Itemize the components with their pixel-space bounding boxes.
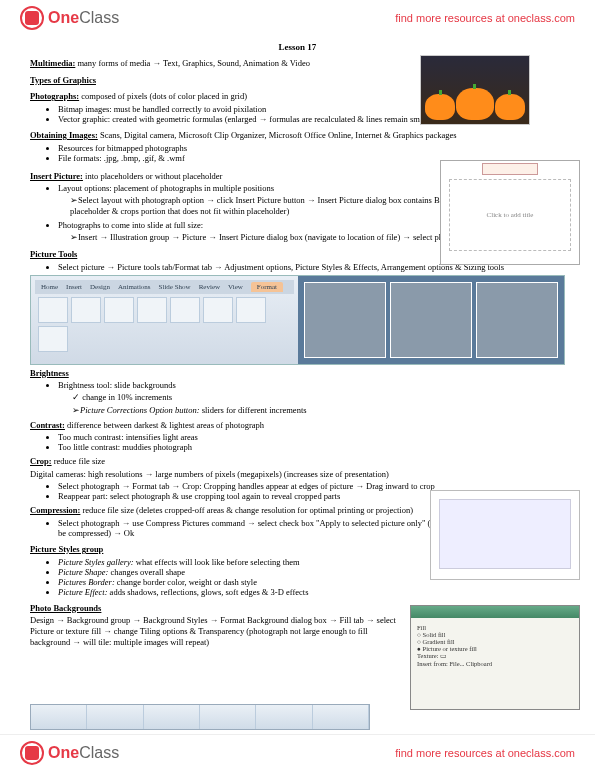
compress-head: Compression: [30,505,80,515]
bright-b1: Brightness tool: slide backgrounds [58,380,565,390]
format-background-dialog: Fill○ Solid fill○ Gradient fill● Picture… [410,605,580,710]
logo-icon [20,741,44,765]
footer-link[interactable]: find more resources at oneclass.com [395,747,575,759]
bright-head: Brightness [30,368,69,378]
photos-head: Photographs: [30,91,79,101]
pumpkin-image [420,55,530,125]
lesson-title: Lesson 17 [30,42,565,52]
slide-placeholder-hint: Click to add title [449,179,571,251]
contrast-head: Contrast: [30,420,65,430]
logo-icon [20,6,44,30]
page-header: OneClass find more resources at oneclass… [0,0,595,36]
logo-text-class: Class [79,9,119,27]
multimedia-head: Multimedia: [30,58,75,68]
bright-b1b: ➢ Picture Corrections Option button: sli… [72,405,565,416]
multimedia-body: many forms of media → Text, Graphics, So… [75,58,310,68]
tools-head: Picture Tools [30,249,77,259]
insert-body: into placeholders or without placeholder [83,171,223,181]
compress-body: reduce file size (deletes cropped-off ar… [80,505,413,515]
bottom-ribbon-screenshot [30,704,370,730]
bg-head: Photo Backgrounds [30,603,101,613]
bright-b1a: ✓ change in 10% increments [72,392,565,403]
header-link[interactable]: find more resources at oneclass.com [395,12,575,24]
contrast-body: difference between darkest & lightest ar… [65,420,264,430]
insert-head: Insert Picture: [30,171,83,181]
contrast-b2: Too little contrast: muddies photograph [58,442,565,452]
photos-body: composed of pixels (dots of color placed… [79,91,247,101]
crop-head: Crop: [30,456,52,466]
crop-l1: Digital cameras: high resolutions → larg… [30,469,565,480]
compress-dialog-screenshot [430,490,580,580]
styles-head: Picture Styles group [30,544,103,554]
document-body: Lesson 17 Multimedia: many forms of medi… [0,36,595,689]
ribbon-screenshot: HomeInsertDesignAnimationsSlide ShowRevi… [30,275,565,365]
contrast-b1: Too much contrast: intensifies light are… [58,432,565,442]
slide-preview: Click to add title [440,160,580,265]
bg-l1: Design → Background group → Background S… [30,615,400,647]
crop-body: reduce file size [52,456,106,466]
obtain-head: Obtaining Images: [30,130,98,140]
styles-b4: Picture Effect: adds shadows, reflection… [58,587,565,597]
logo-text-one: One [48,9,79,27]
obtain-body: Scans, Digital camera, Microsoft Clip Or… [98,130,457,140]
ribbon-tabs: HomeInsertDesignAnimationsSlide ShowRevi… [35,280,294,294]
footer-logo: OneClass [20,741,119,765]
types-head: Types of Graphics [30,75,96,85]
obtain-b1: Resources for bitmapped photographs [58,143,565,153]
brand-logo: OneClass [20,6,119,30]
page-footer: OneClass find more resources at oneclass… [0,734,595,770]
